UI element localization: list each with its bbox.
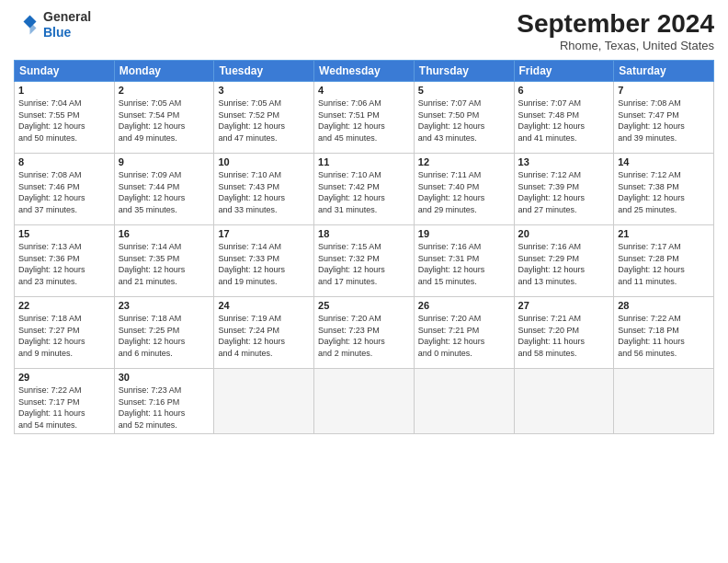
table-row	[414, 369, 514, 434]
day-number: 2	[119, 85, 210, 96]
day-number: 11	[318, 156, 410, 167]
day-info: Sunrise: 7:14 AMSunset: 7:33 PMDaylight:…	[218, 241, 310, 287]
day-number: 26	[418, 300, 510, 311]
day-info: Sunrise: 7:13 AMSunset: 7:36 PMDaylight:…	[18, 241, 110, 287]
header: General Blue September 2024 Rhome, Texas…	[14, 9, 714, 52]
table-row: 27Sunrise: 7:21 AMSunset: 7:20 PMDayligh…	[514, 297, 614, 369]
day-number: 5	[418, 85, 510, 96]
calendar-week-row: 22Sunrise: 7:18 AMSunset: 7:27 PMDayligh…	[15, 297, 714, 369]
day-number: 24	[218, 300, 310, 311]
month-title: September 2024	[517, 9, 714, 39]
col-friday: Friday	[514, 61, 614, 82]
table-row: 12Sunrise: 7:11 AMSunset: 7:40 PMDayligh…	[414, 154, 514, 225]
table-row: 23Sunrise: 7:18 AMSunset: 7:25 PMDayligh…	[114, 297, 214, 369]
title-block: September 2024 Rhome, Texas, United Stat…	[517, 9, 714, 52]
day-number: 1	[18, 85, 110, 96]
day-info: Sunrise: 7:10 AMSunset: 7:42 PMDaylight:…	[318, 169, 410, 215]
day-info: Sunrise: 7:10 AMSunset: 7:43 PMDaylight:…	[218, 169, 310, 215]
day-info: Sunrise: 7:08 AMSunset: 7:47 PMDaylight:…	[618, 98, 710, 144]
day-number: 17	[218, 228, 310, 239]
day-info: Sunrise: 7:07 AMSunset: 7:50 PMDaylight:…	[418, 98, 510, 144]
day-number: 14	[618, 156, 710, 167]
table-row: 13Sunrise: 7:12 AMSunset: 7:39 PMDayligh…	[514, 154, 614, 225]
table-row: 25Sunrise: 7:20 AMSunset: 7:23 PMDayligh…	[314, 297, 415, 369]
table-row	[314, 369, 415, 434]
table-row: 3Sunrise: 7:05 AMSunset: 7:52 PMDaylight…	[214, 82, 314, 154]
day-info: Sunrise: 7:11 AMSunset: 7:40 PMDaylight:…	[418, 169, 510, 215]
col-saturday: Saturday	[614, 61, 714, 82]
calendar-header-row: Sunday Monday Tuesday Wednesday Thursday…	[15, 61, 714, 82]
day-number: 13	[518, 156, 610, 167]
day-number: 6	[518, 85, 610, 96]
table-row: 5Sunrise: 7:07 AMSunset: 7:50 PMDaylight…	[414, 82, 514, 154]
logo-icon	[14, 12, 40, 38]
day-info: Sunrise: 7:23 AMSunset: 7:16 PMDaylight:…	[119, 385, 210, 431]
table-row	[514, 369, 614, 434]
day-info: Sunrise: 7:18 AMSunset: 7:27 PMDaylight:…	[18, 313, 110, 359]
day-info: Sunrise: 7:19 AMSunset: 7:24 PMDaylight:…	[218, 313, 310, 359]
calendar-week-row: 15Sunrise: 7:13 AMSunset: 7:36 PMDayligh…	[15, 225, 714, 297]
calendar-week-row: 8Sunrise: 7:08 AMSunset: 7:46 PMDaylight…	[15, 154, 714, 225]
day-number: 12	[418, 156, 510, 167]
day-number: 4	[318, 85, 410, 96]
day-info: Sunrise: 7:14 AMSunset: 7:35 PMDaylight:…	[119, 241, 210, 287]
col-thursday: Thursday	[414, 61, 514, 82]
day-info: Sunrise: 7:05 AMSunset: 7:52 PMDaylight:…	[218, 98, 310, 144]
calendar-week-row: 29Sunrise: 7:22 AMSunset: 7:17 PMDayligh…	[15, 369, 714, 434]
day-info: Sunrise: 7:18 AMSunset: 7:25 PMDaylight:…	[119, 313, 210, 359]
logo-text: General Blue	[43, 9, 91, 40]
day-number: 20	[518, 228, 610, 239]
day-number: 15	[18, 228, 110, 239]
table-row: 26Sunrise: 7:20 AMSunset: 7:21 PMDayligh…	[414, 297, 514, 369]
table-row: 30Sunrise: 7:23 AMSunset: 7:16 PMDayligh…	[114, 369, 214, 434]
table-row: 2Sunrise: 7:05 AMSunset: 7:54 PMDaylight…	[114, 82, 214, 154]
page: General Blue September 2024 Rhome, Texas…	[0, 0, 728, 563]
day-info: Sunrise: 7:22 AMSunset: 7:18 PMDaylight:…	[618, 313, 710, 359]
day-number: 18	[318, 228, 410, 239]
day-info: Sunrise: 7:08 AMSunset: 7:46 PMDaylight:…	[18, 169, 110, 215]
table-row: 10Sunrise: 7:10 AMSunset: 7:43 PMDayligh…	[214, 154, 314, 225]
day-info: Sunrise: 7:17 AMSunset: 7:28 PMDaylight:…	[618, 241, 710, 287]
day-number: 23	[119, 300, 210, 311]
day-number: 28	[618, 300, 710, 311]
table-row: 16Sunrise: 7:14 AMSunset: 7:35 PMDayligh…	[114, 225, 214, 297]
col-sunday: Sunday	[15, 61, 115, 82]
table-row: 18Sunrise: 7:15 AMSunset: 7:32 PMDayligh…	[314, 225, 415, 297]
day-info: Sunrise: 7:04 AMSunset: 7:55 PMDaylight:…	[18, 98, 110, 144]
day-number: 7	[618, 85, 710, 96]
table-row: 28Sunrise: 7:22 AMSunset: 7:18 PMDayligh…	[614, 297, 714, 369]
location-subtitle: Rhome, Texas, United States	[517, 39, 714, 52]
day-number: 10	[218, 156, 310, 167]
day-number: 3	[218, 85, 310, 96]
day-number: 22	[18, 300, 110, 311]
table-row: 8Sunrise: 7:08 AMSunset: 7:46 PMDaylight…	[15, 154, 115, 225]
day-info: Sunrise: 7:12 AMSunset: 7:38 PMDaylight:…	[618, 169, 710, 215]
day-info: Sunrise: 7:09 AMSunset: 7:44 PMDaylight:…	[119, 169, 210, 215]
day-info: Sunrise: 7:22 AMSunset: 7:17 PMDaylight:…	[18, 385, 110, 431]
calendar-week-row: 1Sunrise: 7:04 AMSunset: 7:55 PMDaylight…	[15, 82, 714, 154]
table-row: 15Sunrise: 7:13 AMSunset: 7:36 PMDayligh…	[15, 225, 115, 297]
day-number: 21	[618, 228, 710, 239]
day-number: 29	[18, 372, 110, 383]
table-row: 9Sunrise: 7:09 AMSunset: 7:44 PMDaylight…	[114, 154, 214, 225]
table-row	[614, 369, 714, 434]
table-row: 11Sunrise: 7:10 AMSunset: 7:42 PMDayligh…	[314, 154, 415, 225]
day-number: 19	[418, 228, 510, 239]
table-row: 6Sunrise: 7:07 AMSunset: 7:48 PMDaylight…	[514, 82, 614, 154]
table-row: 20Sunrise: 7:16 AMSunset: 7:29 PMDayligh…	[514, 225, 614, 297]
table-row: 22Sunrise: 7:18 AMSunset: 7:27 PMDayligh…	[15, 297, 115, 369]
day-info: Sunrise: 7:06 AMSunset: 7:51 PMDaylight:…	[318, 98, 410, 144]
day-number: 9	[119, 156, 210, 167]
day-info: Sunrise: 7:16 AMSunset: 7:31 PMDaylight:…	[418, 241, 510, 287]
day-number: 30	[119, 372, 210, 383]
table-row: 4Sunrise: 7:06 AMSunset: 7:51 PMDaylight…	[314, 82, 415, 154]
col-monday: Monday	[114, 61, 214, 82]
table-row: 24Sunrise: 7:19 AMSunset: 7:24 PMDayligh…	[214, 297, 314, 369]
logo-general: General	[43, 9, 91, 24]
day-number: 16	[119, 228, 210, 239]
logo: General Blue	[14, 9, 91, 40]
col-tuesday: Tuesday	[214, 61, 314, 82]
day-number: 8	[18, 156, 110, 167]
table-row: 21Sunrise: 7:17 AMSunset: 7:28 PMDayligh…	[614, 225, 714, 297]
col-wednesday: Wednesday	[314, 61, 415, 82]
